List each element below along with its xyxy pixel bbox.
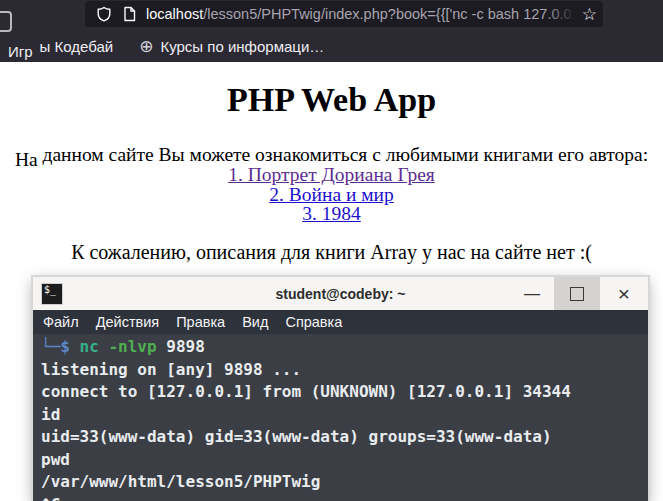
command-line: └─$ nc -nlvp 9898 xyxy=(41,336,648,359)
output-line: /var/www/html/lesson5/PHPTwig xyxy=(41,471,648,494)
intro-text: На данном сайте Вы можете ознакомиться с… xyxy=(0,144,663,165)
menu-actions[interactable]: Действия xyxy=(96,314,160,330)
book-links: 1. Портрет Дориана Грея 2. Война и мир 3… xyxy=(0,165,663,224)
url-fade xyxy=(546,6,580,22)
menu-help[interactable]: Справка xyxy=(285,314,342,330)
minimize-icon: — xyxy=(524,285,540,303)
terminal-icon: $_ xyxy=(41,283,63,305)
output-line: pwd xyxy=(41,449,648,472)
book-link-3[interactable]: 3. 1984 xyxy=(302,203,361,224)
menu-edit[interactable]: Правка xyxy=(176,314,225,330)
bookmark-item-games[interactable]: Игры Кодебай xyxy=(8,38,113,55)
minimize-button[interactable]: — xyxy=(510,277,554,310)
url-path: /lesson5/PHPTwig/index.php?book={{['nc -… xyxy=(203,6,580,22)
url-bar[interactable]: localhost/lesson5/PHPTwig/index.php?book… xyxy=(85,1,603,27)
output-line: id xyxy=(41,404,648,427)
output-line: ^C xyxy=(41,494,648,501)
terminal-window: $_ student@codeby: ~ — × Файл Действия П… xyxy=(33,277,648,501)
bookmark-star-icon[interactable]: ☆ xyxy=(582,6,597,23)
output-line: connect to [127.0.0.1] from (UNKNOWN) [1… xyxy=(41,381,648,404)
terminal-titlebar[interactable]: $_ student@codeby: ~ — × xyxy=(33,277,648,310)
output-line: uid=33(www-data) gid=33(www-data) groups… xyxy=(41,426,648,449)
command-arg: 9898 xyxy=(166,337,205,356)
close-icon: × xyxy=(618,282,630,306)
close-button[interactable]: × xyxy=(600,277,648,310)
url-domain: localhost xyxy=(146,6,203,22)
menu-view[interactable]: Вид xyxy=(242,314,268,330)
command-flags: -nlvp xyxy=(108,337,156,356)
intro-rest: данном сайте Вы можете ознакомиться с лю… xyxy=(38,144,649,165)
maximize-button[interactable] xyxy=(554,277,600,310)
globe-icon: ⊕ xyxy=(139,38,153,55)
output-line: listening on [any] 9898 ... xyxy=(41,359,648,382)
page-title: PHP Web App xyxy=(0,62,663,119)
bookmarks-bar: Игры Кодебай ⊕ Курсы по информаци… xyxy=(8,33,324,59)
page-info-icon[interactable] xyxy=(122,6,137,22)
bookmark-label: ы Кодебай xyxy=(40,38,114,55)
bookmark-item-courses[interactable]: ⊕ Курсы по информаци… xyxy=(139,38,324,55)
terminal-output[interactable]: └─$ nc -nlvp 9898 listening on [any] 989… xyxy=(33,334,648,501)
book-link-2[interactable]: 2. Война и мир xyxy=(269,184,394,205)
shell-prompt: └─$ xyxy=(41,337,70,356)
url-text[interactable]: localhost/lesson5/PHPTwig/index.php?book… xyxy=(146,6,580,22)
command-name: nc xyxy=(80,337,99,356)
intro-prefix: На xyxy=(15,149,38,170)
shield-icon[interactable] xyxy=(96,6,112,22)
menu-file[interactable]: Файл xyxy=(43,314,79,330)
window-controls: — × xyxy=(510,277,648,310)
terminal-menubar: Файл Действия Правка Вид Справка xyxy=(33,310,648,334)
bookmark-label-prefix: Игр xyxy=(8,43,33,60)
book-link-1[interactable]: 1. Портрет Дориана Грея xyxy=(228,164,435,185)
bookmark-label: Курсы по информаци… xyxy=(160,38,324,55)
error-message: К сожалению, описания для книги Array у … xyxy=(0,241,663,264)
browser-chrome: localhost/lesson5/PHPTwig/index.php?book… xyxy=(0,0,663,62)
maximize-icon xyxy=(570,287,584,301)
clipped-toolbar-icon xyxy=(0,11,12,32)
